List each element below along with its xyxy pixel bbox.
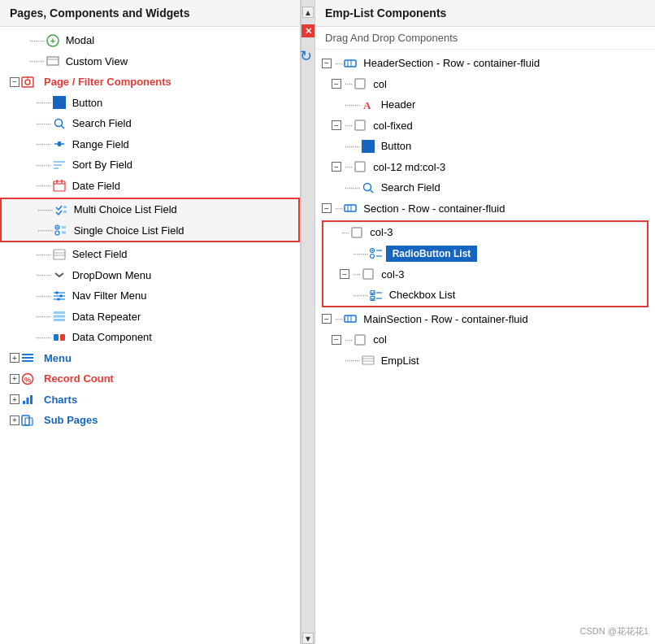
refresh-icon[interactable]: ↻: [300, 47, 316, 63]
right-section-row[interactable]: ···· Section - Row - container-fluid: [315, 198, 655, 220]
sidebar-item-nav-filter-menu[interactable]: ········ Nav Filter Menu: [0, 285, 300, 307]
charts-icon: [21, 393, 37, 406]
expand-col12-icon[interactable]: [332, 162, 341, 172]
svg-rect-13: [54, 168, 59, 169]
expand-charts-icon[interactable]: [10, 394, 20, 404]
col12-label: col-12 md:col-3: [373, 159, 445, 176]
expand-sub-pages-icon[interactable]: [10, 416, 20, 425]
right-search-field-node[interactable]: ········ Search Field: [315, 177, 655, 198]
data-component-label: Data Component: [72, 329, 152, 346]
sidebar-item-select-field[interactable]: ········ Select Field: [0, 244, 300, 265]
sidebar-item-sub-pages[interactable]: Sub Pages: [0, 410, 300, 431]
range-icon: [53, 137, 69, 150]
search-icon: [53, 117, 69, 130]
right-header-section[interactable]: ···· HeaderSection - Row - container-flu…: [315, 53, 655, 74]
right-col-1[interactable]: ···· col: [315, 74, 655, 95]
search-field-node-label: Search Field: [381, 180, 440, 196]
drag-drop-label: Drag And Drop Components: [315, 27, 655, 50]
page-filter-icon: [21, 76, 37, 89]
sidebar-item-button[interactable]: ········ Button: [0, 93, 300, 114]
scroll-up-arrow[interactable]: ▲: [302, 7, 314, 18]
sidebar-item-sort-by-field[interactable]: ········ Sort By Field: [0, 154, 300, 176]
page-filter-label: Page / Filter Components: [44, 74, 171, 90]
sidebar-item-multi-choice[interactable]: ········ Multi Choice List Field: [2, 199, 298, 220]
sidebar-item-data-component[interactable]: ········ Data Component: [0, 327, 300, 348]
expand-col1-icon[interactable]: [332, 79, 341, 89]
row-icon-main: [344, 312, 360, 325]
svg-point-32: [59, 294, 63, 298]
sidebar-item-page-filter[interactable]: Page / Filter Components: [0, 72, 300, 93]
svg-rect-58: [345, 205, 356, 211]
svg-rect-52: [355, 79, 365, 89]
right-col-main[interactable]: ···· col: [315, 329, 655, 350]
search-node-icon: [362, 181, 378, 194]
left-panel-header: Pages, Components and Widgets: [0, 0, 300, 27]
right-col-12[interactable]: ···· col-12 md:col-3: [315, 157, 655, 178]
svg-rect-38: [60, 334, 65, 341]
dots-single: ········: [37, 223, 53, 237]
svg-rect-41: [22, 360, 33, 362]
right-emplist[interactable]: ········ EmpList: [315, 350, 655, 372]
range-field-label: Range Field: [72, 137, 129, 153]
left-panel-content: ········ + Modal ········ Custom View Pa…: [0, 27, 300, 644]
dots-col-fixed: ····: [345, 118, 352, 133]
sidebar-item-dropdown-menu[interactable]: ········ DropDown Menu: [0, 265, 300, 286]
expand-menu-icon[interactable]: [10, 353, 20, 363]
right-col-fixed[interactable]: ···· col-fixed: [315, 115, 655, 137]
expand-record-count-icon[interactable]: [10, 374, 20, 384]
modal-icon: +: [46, 34, 63, 47]
svg-rect-14: [54, 181, 65, 191]
svg-line-8: [61, 125, 64, 128]
svg-text:A: A: [363, 99, 371, 111]
expand-col-fixed-icon[interactable]: [332, 120, 341, 130]
scroll-down-arrow[interactable]: ▼: [302, 633, 314, 644]
svg-rect-23: [62, 226, 66, 228]
expand-main-section-icon[interactable]: [322, 314, 332, 324]
row-icon-hs: [344, 57, 360, 70]
choice-fields-group: ········ Multi Choice List Field ·······…: [0, 198, 300, 242]
right-button-node[interactable]: ········ Button: [315, 136, 655, 157]
svg-text:%: %: [24, 376, 31, 384]
header-section-label: HeaderSection - Row - container-fluid: [363, 55, 540, 72]
right-radiobutton-list[interactable]: ········ RadioButton List: [323, 243, 647, 264]
expand-section-row-icon[interactable]: [322, 203, 332, 213]
sidebar-item-single-choice[interactable]: ········ Single Choice List Field: [2, 220, 298, 242]
sidebar-item-date-field[interactable]: ········ Date Field: [0, 176, 300, 197]
right-header-node[interactable]: ········ A Header: [315, 94, 655, 115]
expand-col-main-icon[interactable]: [332, 335, 341, 345]
svg-rect-19: [63, 211, 67, 213]
expand-page-filter-icon[interactable]: [10, 77, 20, 87]
sidebar-item-record-count[interactable]: % Record Count: [0, 368, 300, 389]
sidebar-item-custom-view[interactable]: ········ Custom View: [0, 51, 300, 72]
col1-label: col: [373, 76, 387, 93]
expand-col3-2-icon[interactable]: [340, 269, 349, 279]
sidebar-item-range-field[interactable]: ········ Range Field: [0, 134, 300, 155]
col3-1-label: col-3: [370, 224, 393, 241]
right-checkbox-list[interactable]: ········ Checkbox List: [323, 285, 647, 306]
dots-data-repeater: ········: [36, 309, 51, 324]
dots-emplist: ········: [345, 353, 360, 368]
right-col-3-2[interactable]: ···· col-3: [323, 264, 647, 285]
right-main-section[interactable]: ···· MainSection - Row - container-fluid: [315, 309, 655, 330]
expand-header-section-icon[interactable]: [322, 59, 332, 68]
dots-header-node: ········: [345, 98, 360, 112]
sidebar-item-search-field[interactable]: ········ Search Field: [0, 113, 300, 134]
sidebar-item-data-repeater[interactable]: ········ Data Repeater: [0, 307, 300, 328]
sidebar-item-modal[interactable]: ········ + Modal: [0, 30, 300, 51]
left-panel: Pages, Components and Widgets ········ +…: [0, 0, 301, 644]
sidebar-item-charts[interactable]: Charts: [0, 389, 300, 411]
close-button[interactable]: ✕: [301, 24, 314, 37]
single-choice-label: Single Choice List Field: [74, 223, 184, 239]
svg-rect-10: [58, 141, 61, 146]
dots-radio: ········: [353, 246, 368, 261]
svg-rect-39: [22, 354, 33, 355]
sidebar-item-menu[interactable]: Menu: [0, 348, 300, 369]
svg-point-56: [363, 183, 371, 190]
dropdown-icon: [53, 268, 69, 281]
svg-rect-2: [47, 57, 59, 65]
button-label: Button: [72, 95, 103, 111]
svg-rect-18: [63, 206, 67, 208]
svg-rect-35: [54, 315, 65, 318]
radio-icon: [370, 247, 386, 260]
right-col-3-1[interactable]: ···· col-3: [323, 222, 647, 243]
